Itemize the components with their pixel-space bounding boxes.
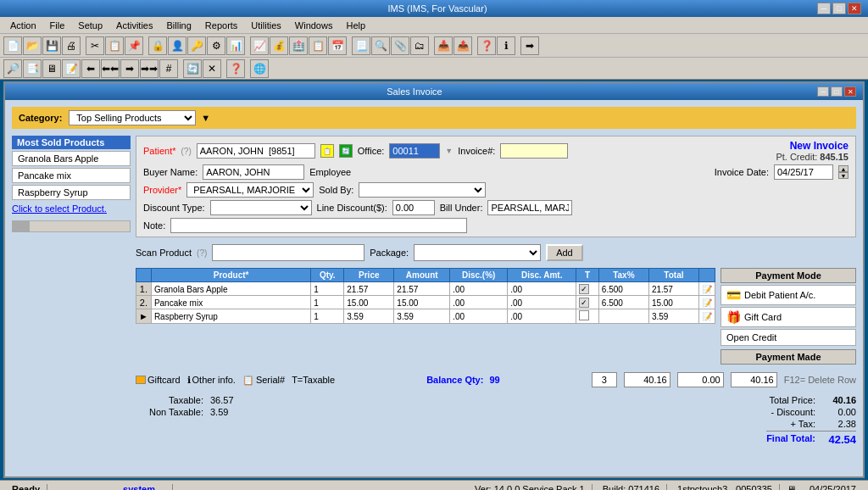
tb-btn-14[interactable]: 🗂 bbox=[410, 36, 429, 55]
row-total-1[interactable] bbox=[648, 282, 698, 296]
tb2-btn-1[interactable]: 🔎 bbox=[3, 59, 22, 78]
date-spinner[interactable]: ▲ ▼ bbox=[838, 165, 849, 179]
amount-input-1[interactable] bbox=[397, 285, 426, 294]
tb-btn-6[interactable]: 📈 bbox=[250, 36, 269, 55]
disc-pct-input-1[interactable] bbox=[453, 285, 478, 294]
tb2-btn-7[interactable]: ➡ bbox=[120, 59, 139, 78]
menu-billing[interactable]: Billing bbox=[159, 19, 198, 32]
row-edit-3[interactable]: 📝 bbox=[699, 309, 715, 324]
total-input-3[interactable] bbox=[652, 312, 682, 321]
disc-amt-input-3[interactable] bbox=[510, 312, 536, 321]
menu-reports[interactable]: Reports bbox=[198, 19, 245, 32]
tb2-btn-8[interactable]: ➡➡ bbox=[140, 59, 159, 78]
product-input-1[interactable] bbox=[154, 285, 308, 294]
edit-icon-1[interactable]: 📝 bbox=[702, 285, 712, 294]
disc-pct-input-2[interactable] bbox=[453, 298, 478, 308]
gift-card-btn[interactable]: 🎁 Gift Card bbox=[721, 307, 856, 327]
row-qty-2[interactable] bbox=[311, 296, 344, 309]
win-maximize[interactable]: □ bbox=[831, 86, 843, 97]
tb-btn-4[interactable]: ⚙ bbox=[207, 36, 225, 55]
patient-green-btn[interactable]: 🔄 bbox=[339, 144, 353, 158]
info-btn[interactable]: ℹ bbox=[497, 36, 515, 55]
left-panel-item-2[interactable]: Raspberry Syrup bbox=[12, 185, 131, 200]
row-edit-1[interactable]: 📝 bbox=[699, 282, 715, 296]
help-btn[interactable]: ❓ bbox=[477, 36, 496, 55]
copy-btn[interactable]: 📋 bbox=[105, 36, 124, 55]
invoice-date-input[interactable] bbox=[774, 164, 833, 180]
tb-btn-11[interactable]: 📃 bbox=[352, 36, 370, 55]
open-btn[interactable]: 📂 bbox=[23, 36, 42, 55]
save-btn[interactable]: 💾 bbox=[42, 36, 61, 55]
tb-btn-10[interactable]: 📅 bbox=[328, 36, 347, 55]
tb-btn-5[interactable]: 📊 bbox=[226, 36, 245, 55]
tb2-btn-6[interactable]: ⬅⬅ bbox=[101, 59, 120, 78]
row-amount-3[interactable] bbox=[394, 309, 450, 324]
scrollbar-thumb[interactable] bbox=[13, 221, 30, 231]
arrow-btn[interactable]: ➡ bbox=[520, 36, 539, 55]
qty-total-input[interactable] bbox=[592, 372, 617, 387]
row-t-3[interactable] bbox=[576, 309, 599, 324]
amount-total-input[interactable] bbox=[624, 372, 670, 387]
menu-utilities[interactable]: Utilities bbox=[244, 19, 287, 32]
note-input[interactable] bbox=[170, 218, 467, 233]
menu-activities[interactable]: Activities bbox=[109, 19, 159, 32]
amount-input-2[interactable] bbox=[397, 298, 426, 308]
row-amount-2[interactable] bbox=[394, 296, 450, 309]
row-price-2[interactable] bbox=[344, 296, 394, 309]
row-disc-amt-3[interactable] bbox=[508, 309, 576, 324]
tb2-globe[interactable]: 🌐 bbox=[250, 59, 269, 78]
tb-btn-16[interactable]: 📤 bbox=[453, 36, 472, 55]
row-tax-3[interactable] bbox=[598, 309, 648, 324]
row-disc-amt-1[interactable] bbox=[508, 282, 576, 296]
patient-input[interactable] bbox=[197, 143, 315, 159]
scan-input[interactable] bbox=[212, 244, 364, 261]
office-dropdown[interactable]: ▼ bbox=[445, 147, 453, 155]
tb-btn-2[interactable]: 👤 bbox=[168, 36, 186, 55]
open-credit-btn[interactable]: Open Credit bbox=[721, 329, 856, 346]
tb2-refresh[interactable]: 🔄 bbox=[183, 59, 202, 78]
category-dropdown-icon[interactable]: ▼ bbox=[201, 113, 210, 123]
row-tax-1[interactable] bbox=[598, 282, 648, 296]
provider-select[interactable]: PEARSALL, MARJORIE bbox=[186, 182, 314, 198]
menu-help[interactable]: Help bbox=[339, 19, 372, 32]
left-panel-item-0[interactable]: Granola Bars Apple bbox=[12, 151, 131, 166]
row-price-3[interactable] bbox=[344, 309, 394, 324]
edit-icon-2[interactable]: 📝 bbox=[702, 298, 712, 308]
cut-btn[interactable]: ✂ bbox=[86, 36, 104, 55]
tb-btn-8[interactable]: 🏥 bbox=[289, 36, 308, 55]
tb-btn-3[interactable]: 🔑 bbox=[187, 36, 206, 55]
menu-action[interactable]: Action bbox=[3, 19, 43, 32]
sold-by-select[interactable] bbox=[359, 182, 486, 198]
price-input-3[interactable] bbox=[347, 312, 376, 321]
disc-pct-input-3[interactable] bbox=[453, 312, 478, 321]
tb-btn-13[interactable]: 📎 bbox=[391, 36, 409, 55]
maximize-button[interactable]: □ bbox=[832, 3, 846, 14]
tb2-btn-3[interactable]: 🖥 bbox=[42, 59, 61, 78]
qty-input-1[interactable] bbox=[314, 285, 331, 294]
row-t-1[interactable]: ✓ bbox=[576, 282, 599, 296]
row-product-1[interactable] bbox=[151, 282, 310, 296]
line-discount-input[interactable] bbox=[392, 200, 435, 215]
patient-search-btn[interactable]: 📋 bbox=[320, 144, 334, 158]
left-panel-scrollbar[interactable] bbox=[12, 220, 131, 232]
tax-input-1[interactable] bbox=[602, 285, 632, 294]
row-qty-3[interactable] bbox=[311, 309, 344, 324]
tb2-btn-5[interactable]: ⬅ bbox=[81, 59, 100, 78]
row-amount-1[interactable] bbox=[394, 282, 450, 296]
taxable-check-2[interactable]: ✓ bbox=[579, 298, 589, 308]
row-edit-2[interactable]: 📝 bbox=[699, 296, 715, 309]
tb2-btn-9[interactable]: # bbox=[159, 59, 178, 78]
left-panel-item-1[interactable]: Pancake mix bbox=[12, 168, 131, 183]
tb2-question[interactable]: ❓ bbox=[226, 59, 245, 78]
row-price-1[interactable] bbox=[344, 282, 394, 296]
row-product-2[interactable] bbox=[151, 296, 310, 309]
row-tax-2[interactable] bbox=[598, 296, 648, 309]
row-disc-pct-1[interactable] bbox=[450, 282, 508, 296]
category-select[interactable]: Top Selling Products bbox=[69, 110, 196, 125]
tax-input-3[interactable] bbox=[602, 312, 632, 321]
taxable-check-1[interactable]: ✓ bbox=[579, 284, 589, 294]
menu-setup[interactable]: Setup bbox=[71, 19, 109, 32]
invoice-input[interactable] bbox=[500, 143, 568, 159]
print-btn[interactable]: 🖨 bbox=[62, 36, 81, 55]
minimize-button[interactable]: ─ bbox=[817, 3, 831, 14]
